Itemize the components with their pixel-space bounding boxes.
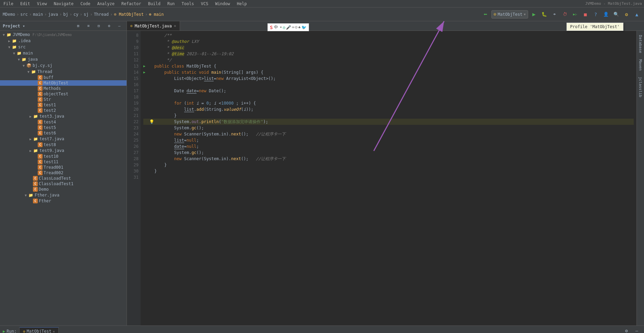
bottom-minimize-icon[interactable]: — xyxy=(632,326,641,333)
debug-button[interactable]: 🐛 xyxy=(540,10,549,19)
tab-matobjtest[interactable]: ⊙ MatObjTest.java ✕ xyxy=(127,21,180,31)
tree-item-java[interactable]: ▼ 📁 java xyxy=(0,56,127,62)
sogou-mic[interactable]: 🎤 xyxy=(286,25,291,30)
back-button[interactable]: ⬅ xyxy=(481,10,490,19)
sogou-cn[interactable]: 中 xyxy=(273,24,279,30)
profile-button[interactable]: ⏱ xyxy=(560,10,569,19)
stop-button[interactable]: ■ xyxy=(581,10,590,19)
breadcrumb-thread[interactable]: Thread xyxy=(94,12,109,17)
sidebar-minimize-icon[interactable]: — xyxy=(115,22,124,31)
bottom-tab-matobjtest[interactable]: ⊙ MatObjTest ✕ xyxy=(20,327,59,333)
class-icon: C xyxy=(38,92,43,96)
breadcrumb-mdemo[interactable]: MDemo xyxy=(3,12,15,17)
sogou-keyboard[interactable]: ⌨ xyxy=(292,25,294,30)
tree-item-buff[interactable]: ▶ C buff xyxy=(0,75,127,80)
tree-item-classloadtest1[interactable]: ▶ C ClassloadTest1 xyxy=(0,181,127,187)
tree-item-tread001[interactable]: ▶ C Tread001 xyxy=(0,165,127,170)
tree-item-demo[interactable]: ▶ C Demo xyxy=(0,187,127,192)
tree-label: objectTest xyxy=(44,92,68,96)
right-tab-maven[interactable]: Maven xyxy=(637,57,643,73)
tree-item-test9java[interactable]: ▶ 📁 test9.java xyxy=(0,147,127,154)
tree-item-test10[interactable]: ▶ C test10 xyxy=(0,154,127,159)
tree-item-classloadtest[interactable]: ▶ C ClassLoadTest xyxy=(0,176,127,181)
menu-edit[interactable]: Edit xyxy=(19,1,32,6)
bottom-settings-icon[interactable]: ⚙ xyxy=(622,326,631,333)
tree-item-fther[interactable]: ▶ C Fther xyxy=(0,198,127,204)
tab-close-button[interactable]: ✕ xyxy=(174,24,176,28)
sidebar-collapse-icon[interactable]: ⊟ xyxy=(94,22,103,31)
menu-navigate[interactable]: Navigate xyxy=(52,1,75,6)
settings-button[interactable]: ⚙ xyxy=(622,10,631,19)
tree-item-test7java[interactable]: ▶ 📁 test7.java xyxy=(0,136,127,142)
code-line-17: Date date=new Date(); xyxy=(143,88,634,94)
code-editor[interactable]: /** * @author LXY * @desc xyxy=(141,31,636,325)
tree-item-bjcysj[interactable]: ▼ 📦 bj.cy.sj xyxy=(0,62,127,69)
sidebar-layout-icon[interactable]: ⊞ xyxy=(74,22,83,31)
menu-vcs[interactable]: VCS xyxy=(200,1,210,6)
menu-build[interactable]: Build xyxy=(147,1,162,6)
tree-item-test11[interactable]: ▶ C test11 xyxy=(0,159,127,165)
tree-item-objecttest[interactable]: ▶ C objectTest xyxy=(0,91,127,97)
tree-item-str[interactable]: ▶ C Str xyxy=(0,97,127,102)
breadcrumb-mainmethod[interactable]: ⊕ main xyxy=(149,12,164,17)
tree-item-matobjtest[interactable]: ▶ C MatObjTest xyxy=(0,80,127,86)
right-tab-jclasslib[interactable]: jclasslib xyxy=(637,74,643,100)
sogou-circle: ◎ xyxy=(283,25,285,30)
right-tab-database[interactable]: Database xyxy=(637,32,643,56)
tree-label: buff xyxy=(44,75,53,80)
project-panel-title: Project ▾ xyxy=(3,24,25,28)
menu-tools[interactable]: Tools xyxy=(180,1,195,6)
tree-item-test6[interactable]: ▶ C test6 xyxy=(0,130,127,136)
menu-refactor[interactable]: Refactor xyxy=(120,1,143,6)
folder-icon: 📁 xyxy=(12,38,17,44)
toolbar-right: ⬅ ⊙ MatObjTest ▼ ▶ 🐛 ☂ ⏱ ▶▷ ■ ? 👤 🔍 ⚙ ▲ xyxy=(481,10,642,19)
code-line-16 xyxy=(143,82,634,88)
tree-item-ftherjava[interactable]: ▼ 📁 Fther.java xyxy=(0,192,127,198)
tree-item-test2[interactable]: ▶ C test2 xyxy=(0,108,127,113)
bulb-icon[interactable]: 💡 xyxy=(149,119,154,125)
bottom-tab-close[interactable]: ✕ xyxy=(53,330,55,333)
tree-item-test1[interactable]: ▶ C test1 xyxy=(0,102,127,108)
tree-item-test3java[interactable]: ▶ 📁 test3.java xyxy=(0,113,127,119)
search-everywhere-button[interactable]: 🔍 xyxy=(612,10,621,19)
updates-button[interactable]: ▲ xyxy=(632,10,641,19)
breadcrumb-main[interactable]: main xyxy=(33,12,43,17)
tree-item-main[interactable]: ▼ 📁 main xyxy=(0,50,127,56)
menu-run[interactable]: Run xyxy=(166,1,176,6)
breadcrumb-cy[interactable]: cy xyxy=(73,12,78,17)
tree-item-tread002[interactable]: ▶ C Tread002 xyxy=(0,170,127,176)
share-button[interactable]: 👤 xyxy=(601,10,610,19)
more-run-button[interactable]: ▶▷ xyxy=(571,10,580,19)
sidebar-settings-icon[interactable]: ⚙ xyxy=(105,22,114,31)
breadcrumb-bj[interactable]: bj xyxy=(63,12,68,17)
folder-icon: 📁 xyxy=(28,192,34,198)
tree-label: java xyxy=(28,57,38,62)
help-button[interactable]: ? xyxy=(591,10,600,19)
breadcrumb-sj[interactable]: sj xyxy=(84,12,88,17)
menu-window[interactable]: Window xyxy=(214,1,231,6)
menu-view[interactable]: View xyxy=(36,1,48,6)
tree-item-methods[interactable]: ▶ C Methods xyxy=(0,86,127,91)
sogou-skin[interactable]: 🐦 xyxy=(301,25,307,30)
run-config-dropdown[interactable]: ⊙ MatObjTest ▼ xyxy=(491,10,528,19)
menu-analyze[interactable]: Analyze xyxy=(96,1,116,6)
tree-item-test8[interactable]: ▶ C test8 xyxy=(0,142,127,147)
tree-label: test1 xyxy=(44,103,56,107)
tree-item-test4[interactable]: ▶ C test4 xyxy=(0,119,127,125)
tree-item-test5[interactable]: ▶ C test5 xyxy=(0,125,127,130)
sidebar-scroll-icon[interactable]: ≡ xyxy=(84,22,93,31)
breadcrumb-matobjtest[interactable]: ⊙ MatObjTest xyxy=(114,12,144,17)
menu-file[interactable]: File xyxy=(2,1,15,6)
coverage-button[interactable]: ☂ xyxy=(550,10,559,19)
breadcrumb-src[interactable]: src xyxy=(20,12,28,17)
folder-icon: 📁 xyxy=(33,136,38,142)
run-button[interactable]: ▶ xyxy=(529,10,538,19)
tree-item-idea[interactable]: ▶ 📁 .idea xyxy=(0,38,127,44)
menu-code[interactable]: Code xyxy=(79,1,92,6)
tree-label: test9.java xyxy=(39,148,64,153)
tree-item-src[interactable]: ▼ 📁 src xyxy=(0,44,127,50)
tree-item-thread[interactable]: ▼ 📁 Thread xyxy=(0,69,127,75)
tree-item-jvmdemo[interactable]: ▼ 📁 JVMDemo F:\D\jianda\JVMDemo xyxy=(0,32,127,38)
menu-help[interactable]: Help xyxy=(236,1,248,6)
breadcrumb-java[interactable]: java xyxy=(48,12,58,17)
